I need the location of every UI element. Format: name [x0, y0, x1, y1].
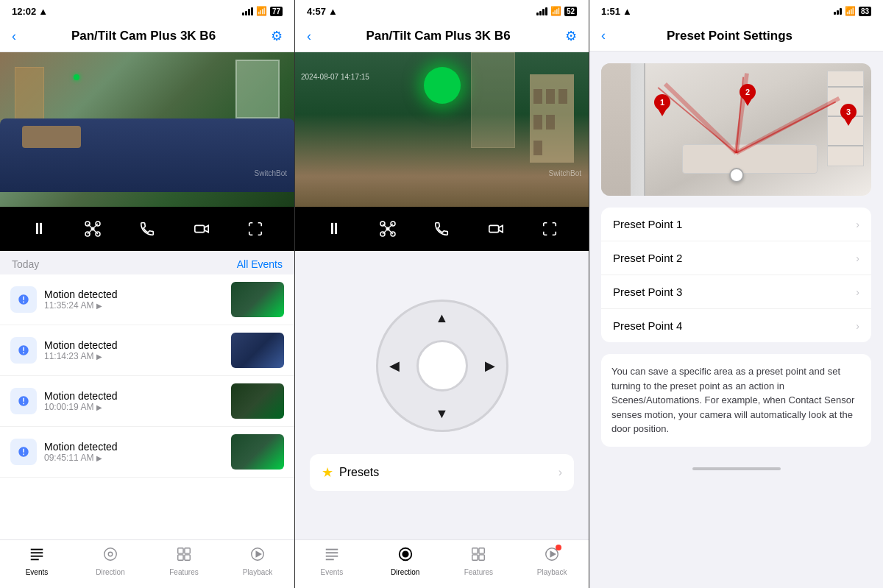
status-left-1: 12:02 ▲: [12, 6, 48, 17]
all-events-link[interactable]: All Events: [237, 258, 283, 270]
nav-item-features-1[interactable]: Features: [162, 546, 206, 576]
status-left-2: 4:57 ▲: [307, 6, 338, 17]
svg-line-41: [665, 84, 737, 153]
preset-room: 1 2 3: [601, 63, 871, 196]
direction-section: ▲ ▼ ◀ ▶ ★ Presets ›: [295, 251, 589, 539]
event-info-3: Motion detected 10:00:19 AM ▶: [44, 390, 224, 412]
drone-button-2[interactable]: [375, 216, 401, 242]
pause-button-1[interactable]: ⏸: [26, 216, 52, 242]
list-item[interactable]: Motion detected 10:00:19 AM ▶: [0, 376, 294, 427]
d-pad-up[interactable]: ▲: [431, 307, 453, 329]
d-pad-down[interactable]: ▼: [431, 403, 453, 425]
event-thumb-2: [231, 333, 284, 368]
svg-rect-37: [479, 555, 484, 560]
drone-button-1[interactable]: [79, 216, 106, 242]
nav-item-playback-2[interactable]: Playback: [530, 546, 574, 576]
wifi-2: 📶: [550, 6, 561, 16]
presets-row[interactable]: ★ Presets ›: [310, 454, 574, 491]
event-title-2: Motion detected: [44, 339, 224, 351]
panel-direction: 4:57 ▲ 📶 52 ‹ Pan/Tilt Cam Plus 3K B6 ⚙ …: [294, 0, 589, 588]
svg-rect-27: [489, 225, 499, 232]
back-button-1[interactable]: ‹: [12, 29, 16, 44]
panel-events: 12:02 ▲ 📶 77 ‹ Pan/Tilt Cam Plus 3K B6 ⚙…: [0, 0, 294, 588]
presets-left: ★ Presets: [322, 464, 379, 481]
svg-rect-15: [185, 548, 190, 553]
nav-item-direction-2[interactable]: Direction: [383, 546, 428, 576]
pause-button-2[interactable]: ⏸: [321, 216, 347, 242]
nav-item-events-2[interactable]: Events: [310, 546, 354, 576]
nav-item-features-2[interactable]: Features: [456, 546, 500, 576]
watermark-2: SwitchBot: [549, 169, 581, 177]
preset-list-item-1[interactable]: Preset Point 1 ›: [601, 208, 871, 241]
back-button-2[interactable]: ‹: [307, 29, 311, 44]
svg-rect-16: [178, 555, 183, 560]
cam-led-1: [74, 74, 79, 80]
playback-icon-1: [249, 546, 266, 566]
svg-rect-10: [31, 556, 43, 557]
svg-rect-8: [31, 549, 43, 550]
fullscreen-button-1[interactable]: [242, 216, 269, 242]
presets-chevron: ›: [558, 466, 562, 479]
preset-description-text: You can save a specific area as a preset…: [611, 366, 854, 434]
event-time-2: 11:14:23 AM ▶: [44, 351, 224, 361]
preset-list-item-3[interactable]: Preset Point 3 ›: [601, 275, 871, 309]
bottom-nav-1: Events Direction Features: [0, 539, 294, 588]
list-item[interactable]: Motion detected 11:14:23 AM ▶: [0, 325, 294, 376]
nav-bar-2: ‹ Pan/Tilt Cam Plus 3K B6 ⚙: [295, 21, 589, 52]
camera-view-1[interactable]: 📶 262 KB/S HD ⇄ 🔇 ⊞ SwitchBot: [0, 52, 294, 207]
features-icon-2: [470, 546, 486, 566]
events-list: Motion detected 11:35:24 AM ▶ Motion det…: [0, 274, 294, 539]
signal-3: [834, 8, 842, 15]
svg-marker-39: [550, 551, 555, 556]
svg-point-6: [91, 227, 95, 231]
camera-controls-2: ⏸: [295, 207, 589, 251]
phone-button-2[interactable]: [428, 216, 455, 242]
event-thumb-4: [231, 434, 284, 470]
d-pad: ▲ ▼ ◀ ▶: [376, 300, 508, 432]
nav-item-events-1[interactable]: Events: [15, 546, 59, 576]
preset-label-2: Preset Point 2: [613, 252, 682, 264]
status-bar-2: 4:57 ▲ 📶 52: [295, 0, 589, 21]
laser-svg: [601, 63, 871, 175]
floor-2: [295, 177, 589, 207]
nav-title-3: Preset Point Settings: [667, 29, 792, 43]
svg-rect-34: [472, 548, 478, 553]
event-time-4: 09:45:11 AM ▶: [44, 453, 224, 463]
location-arrow-3: ▲: [623, 6, 632, 17]
panel-preset-settings: 1:51 ▲ 📶 83 ‹ Preset Point Settings: [589, 0, 883, 588]
list-item[interactable]: Motion detected 09:45:11 AM ▶: [0, 427, 294, 478]
preset-list-item-2[interactable]: Preset Point 2 ›: [601, 241, 871, 275]
fullscreen-button-2[interactable]: [536, 216, 563, 242]
event-time-1: 11:35:24 AM ▶: [44, 300, 224, 311]
svg-marker-19: [256, 551, 260, 556]
d-pad-right[interactable]: ▶: [479, 355, 501, 377]
list-item[interactable]: Motion detected 11:35:24 AM ▶: [0, 274, 294, 325]
camera-view-2[interactable]: 📶 210 KB/S HD ⇄ 🔇 ⊞ 2024-08-07 14:17:15: [295, 52, 589, 207]
settings-button-1[interactable]: ⚙: [271, 28, 283, 44]
settings-button-2[interactable]: ⚙: [565, 28, 577, 44]
direction-icon-2: [397, 546, 414, 566]
events-icon-1: [29, 546, 45, 566]
event-thumb-3: [231, 383, 284, 419]
svg-rect-9: [31, 552, 43, 553]
event-icon-3: [10, 388, 37, 414]
svg-text:2: 2: [745, 88, 750, 96]
svg-rect-31: [326, 559, 334, 560]
status-right-2: 📶 52: [536, 6, 577, 16]
home-indicator-3: [589, 458, 883, 479]
nav-item-direction-1[interactable]: Direction: [88, 546, 132, 576]
status-left-3: 1:51 ▲: [601, 6, 632, 17]
record-button-1[interactable]: [188, 216, 215, 242]
nav-item-playback-1[interactable]: Playback: [235, 546, 280, 576]
camera-controls-1: ⏸: [0, 207, 294, 251]
record-button-2[interactable]: [483, 216, 509, 242]
back-button-3[interactable]: ‹: [601, 28, 606, 43]
phone-button-1[interactable]: [134, 216, 160, 242]
nav-bar-3: ‹ Preset Point Settings: [589, 21, 883, 52]
preset-list-item-4[interactable]: Preset Point 4 ›: [601, 309, 871, 342]
d-pad-left[interactable]: ◀: [383, 355, 405, 377]
time-1: 12:02: [12, 6, 36, 17]
home-bar-3: [692, 467, 781, 470]
preset-label-1: Preset Point 1: [613, 218, 682, 230]
presets-label: Presets: [339, 466, 379, 479]
